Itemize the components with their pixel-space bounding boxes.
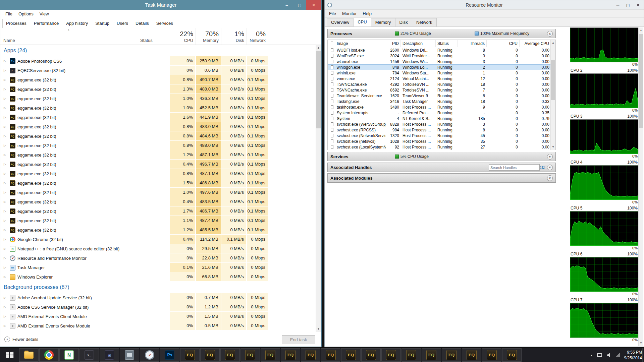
minimize-button-icon[interactable] [280,0,293,10]
task-manager-titlebar[interactable]: Task Manager [0,0,321,10]
column-memory[interactable]: 70% Memory [196,28,221,45]
process-row[interactable]: eqgame.exe (32 bit) 1.1% 487.4 MB 0 MB/s… [0,216,321,225]
row-checkbox[interactable] [328,99,335,104]
table-row[interactable]: wininit.exe 784 Windows Sta... Running 1… [328,70,555,76]
menu-item[interactable]: View [37,10,52,17]
row-checkbox[interactable] [328,104,335,110]
row-checkbox[interactable] [328,121,335,127]
taskbar-photoshop[interactable] [160,348,179,362]
process-row[interactable]: Resource and Performance Monitor 0% 22.8… [0,253,321,263]
process-row[interactable]: eqgame.exe (32 bit) 1.0% 452.5 MB 0 MB/s… [0,103,321,113]
clock[interactable]: 9:55 PM 9/25/2014 [624,350,642,360]
process-row[interactable]: eqgame.exe (32 bit) 1.5% 486.8 MB 0 MB/s… [0,178,321,188]
tab[interactable]: Network [412,18,437,26]
network-signal-icon[interactable] [616,353,620,357]
taskbar-everquest-window[interactable]: EQ [422,348,441,362]
expand-arrow-icon[interactable] [4,200,8,203]
expand-arrow-icon[interactable] [4,247,8,250]
expand-arrow-icon[interactable] [4,97,8,100]
expand-arrow-icon[interactable] [4,219,8,222]
show-desktop-button[interactable] [642,348,644,362]
table-row[interactable]: WUDFHost.exe 2600 Windows Dri... Running… [328,47,555,53]
expand-section-icon[interactable] [547,175,553,181]
process-row[interactable]: Adobe CS6 Service Manager (32 bit) 0% 1.… [0,302,321,312]
taskbar-everquest-window[interactable]: EQ [442,348,461,362]
table-row[interactable]: WmiPrvSE.exe 3024 WMI Provider... Runnin… [328,53,555,59]
vertical-scrollbar[interactable] [316,45,321,332]
taskbar-everquest-window[interactable]: EQ [361,348,381,362]
expand-arrow-icon[interactable] [4,69,8,72]
table-row[interactable]: vmms.exe 2124 Virtual Machi... Running 1… [328,76,555,81]
table-row[interactable]: TeamViewer_Service.exe 1620 TeamViewer 9… [328,93,555,99]
search-handles-input[interactable] [489,166,539,170]
processes-section-header[interactable]: Processes 21% CPU Usage 100% Maximum Fre… [327,29,556,38]
header-status[interactable]: Status [436,40,458,47]
expand-arrow-icon[interactable] [4,238,8,241]
expand-arrow-icon[interactable] [4,275,8,279]
maximize-button-icon[interactable] [293,0,306,10]
expand-arrow-icon[interactable] [4,324,8,327]
tab[interactable]: Startup [92,19,113,28]
taskbar-performance-monitor[interactable] [140,348,159,362]
process-row[interactable]: Task Manager 0.1% 21.6 MB 0 MB/s 0 Mbps [0,263,321,272]
header-description[interactable]: Description [401,40,436,47]
table-row[interactable]: System 4 NT Kernel & S... Running 185 0 … [328,116,555,121]
process-row[interactable]: Google Chrome (32 bit) 0.4% 114.2 MB 0.1… [0,235,321,244]
process-row[interactable]: eqgame.exe (32 bit) 0.8% 483.0 MB 0 MB/s… [0,122,321,131]
expand-arrow-icon[interactable] [4,144,8,147]
taskbar-everquest-window[interactable]: EQ [240,348,260,362]
tab[interactable]: Memory [371,18,395,26]
group-header-background[interactable]: Background processes (87) [0,282,321,293]
row-checkbox[interactable] [328,59,335,64]
process-row[interactable]: eqgame.exe (32 bit) 1.0% 436.3 MB 0 MB/s… [0,94,321,103]
process-row[interactable]: Adobe Acrobat Update Service (32 bit) 0%… [0,293,321,302]
process-row[interactable]: eqgame.exe (32 bit) 1.0% 497.6 MB 0 MB/s… [0,188,321,197]
tab[interactable]: Overview [327,18,354,26]
table-row[interactable]: Taskmgr.exe 3416 Task Manager Running 18… [328,99,555,104]
row-checkbox[interactable] [328,133,335,138]
scrollbar-thumb[interactable] [316,51,321,128]
expand-arrow-icon[interactable] [4,266,8,269]
taskbar-everquest-window[interactable]: EQ [281,348,300,362]
menu-item[interactable]: File [326,10,339,17]
process-row[interactable]: eqgame.exe (32 bit) 0.8% 488.0 MB 0 MB/s… [0,141,321,150]
expand-arrow-icon[interactable] [4,153,8,157]
row-checkbox[interactable] [328,116,335,121]
expand-arrow-icon[interactable] [4,305,8,309]
start-button[interactable] [0,348,18,362]
volume-icon[interactable] [607,353,611,357]
tab[interactable]: Performance [30,19,62,28]
scroll-down-icon[interactable] [639,340,643,346]
taskbar-everquest-window[interactable]: EQ [341,348,361,362]
scroll-up-icon[interactable] [551,40,555,46]
menu-item[interactable]: Monitor [339,10,360,17]
fewer-details-toggle[interactable]: Fewer details [4,337,38,342]
process-row[interactable]: eqgame.exe (32 bit) 0.4% 483.5 MB 0 MB/s… [0,197,321,206]
taskbar-everquest-window[interactable]: EQ [502,348,522,362]
expand-section-icon[interactable] [547,154,553,160]
header-average-cpu[interactable]: Average CPU [520,40,551,47]
column-disk[interactable]: 1% Disk [221,28,247,45]
row-checkbox[interactable] [328,144,335,150]
process-row[interactable]: eqgame.exe (32 bit) 1.2% 485.5 MB 0 MB/s… [0,225,321,235]
row-checkbox[interactable] [328,127,335,133]
tab[interactable]: CPU [353,18,371,26]
show-hidden-icons-icon[interactable] [591,354,592,357]
taskbar-everquest-window[interactable]: EQ [180,348,200,362]
process-row[interactable]: Adobe Photoshop CS6 0% 250.9 MB 0 MB/s 0… [0,56,321,66]
taskbar-everquest-window[interactable]: EQ [401,348,421,362]
column-cpu[interactable]: 22% CPU [170,28,196,45]
header-cpu[interactable]: CPU [487,40,520,47]
taskbar-everquest-window[interactable]: EQ [321,348,340,362]
table-row[interactable]: svchost.exe (RPCSS) 984 Host Process ...… [328,127,555,133]
expand-arrow-icon[interactable] [4,296,8,299]
expand-arrow-icon[interactable] [4,87,8,91]
expand-arrow-icon[interactable] [4,163,8,166]
maximize-button-icon[interactable] [623,0,633,10]
row-checkbox[interactable] [328,138,335,144]
scroll-down-icon[interactable] [551,144,555,150]
row-checkbox[interactable] [328,70,335,76]
tab[interactable]: App history [62,19,92,28]
process-row[interactable]: eqgame.exe (32 bit) 0.8% 484.6 MB 0 MB/s… [0,131,321,141]
select-all-checkbox[interactable] [328,40,335,47]
